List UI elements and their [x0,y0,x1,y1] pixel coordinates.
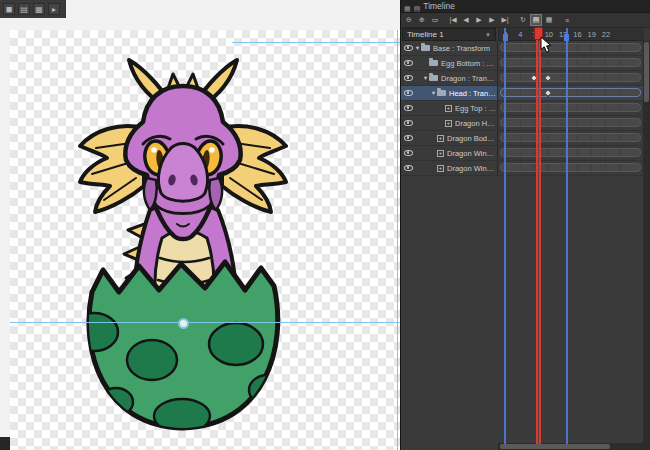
cel-icon[interactable]: ▦ [543,14,555,26]
track-bar [500,103,641,112]
layer-name[interactable]: Dragon Body : Transform [446,134,497,143]
layer-row-7[interactable]: Dragon Wing Left : Transform [401,146,644,161]
layer-name[interactable]: Egg Bottom : Transform [440,59,497,68]
first-frame-icon[interactable]: |◀ [447,14,459,26]
layer-row-1[interactable]: Egg Bottom : Transform [401,56,644,71]
range-start-line[interactable] [504,28,506,444]
layer-list: ▼Base : TransformEgg Bottom : Transform▼… [401,41,644,176]
vertical-scrollbar[interactable] [643,41,650,443]
expander-icon[interactable]: ▼ [414,45,421,51]
visibility-eye-icon[interactable] [403,165,414,172]
grid-icon[interactable]: ▦ [33,3,45,15]
layer-name[interactable]: Dragon Head : Transform [454,119,497,128]
layer-track[interactable] [498,71,644,85]
last-frame-icon[interactable]: ▶| [499,14,511,26]
transform-guide-top[interactable] [232,42,400,43]
panel-toggle-icon[interactable]: ▤ [18,3,30,15]
loop-icon[interactable]: ↻ [517,14,529,26]
range-end-line[interactable] [566,28,568,444]
track-bar [500,88,641,97]
canvas-area: ◼▤▦▸ [0,0,400,450]
timeline-titlebar: ▦▤ Timeline [401,0,650,13]
folder-icon [437,90,446,96]
layer-name[interactable]: Egg Top : Transform [454,104,497,113]
visibility-eye-icon[interactable] [403,105,414,112]
layer-track[interactable] [498,101,644,115]
layer-name-cell: Dragon Wing Left : Transform [401,146,498,160]
chevron-down-icon: ▼ [485,32,491,38]
layer-name-cell: Dragon Wing Right : Transform [401,161,498,175]
layer-row-2[interactable]: ▼Dragon : Transform [401,71,644,86]
layer-row-8[interactable]: Dragon Wing Right : Transform [401,161,644,176]
track-bar [500,118,641,127]
play-icon[interactable]: ▶ [473,14,485,26]
transform-guide-horizontal[interactable] [10,322,400,323]
layer-row-4[interactable]: Egg Top : Transform [401,101,644,116]
layer-track[interactable] [498,86,644,100]
layer-name-cell: ▼Dragon : Transform [401,71,498,85]
ruler-frame-number: 19 [585,30,599,39]
egg-bottom [70,262,287,433]
timeline-select[interactable]: Timeline 1 ▼ [402,28,496,41]
track-bar [500,148,641,157]
layer-plus-icon [445,105,452,112]
transform-center-handle[interactable] [178,318,189,329]
caret-icon[interactable]: ▸ [48,3,60,15]
layer-row-6[interactable]: Dragon Body : Transform [401,131,644,146]
next-frame-icon[interactable]: ▶ [486,14,498,26]
layer-track[interactable] [498,146,644,160]
timeline-panel: ▦▤ Timeline ⊖⊕▭|◀◀▶▶▶|↻▤▦≡ Timeline 1 ▼ … [400,0,650,450]
expander-icon[interactable]: ▼ [422,75,429,81]
zoom-out-icon[interactable]: ⊖ [403,14,415,26]
expander-icon[interactable]: ▼ [430,90,437,96]
track-bar [500,163,641,172]
panel-list-icon[interactable]: ▤ [414,5,421,12]
canvas[interactable] [10,30,400,450]
layer-track[interactable] [498,41,644,55]
layer-name[interactable]: Base : Transform [432,44,490,53]
visibility-eye-icon[interactable] [403,75,414,82]
folder-icon [421,45,430,51]
visibility-eye-icon[interactable] [403,135,414,142]
layer-plus-icon [445,120,452,127]
layer-name-cell: Dragon Body : Transform [401,131,498,145]
visibility-eye-icon[interactable] [403,150,414,157]
visibility-eye-icon[interactable] [403,45,414,52]
playhead-line[interactable] [536,28,541,444]
layer-name-cell: Dragon Head : Transform [401,116,498,130]
prev-frame-icon[interactable]: ◀ [460,14,472,26]
layer-track[interactable] [498,116,644,130]
visibility-eye-icon[interactable] [403,120,414,127]
zoom-in-icon[interactable]: ⊕ [416,14,428,26]
frame-ruler[interactable]: 1471013161922 [498,28,644,41]
horizontal-scrollbar[interactable] [498,443,643,450]
visibility-eye-icon[interactable] [403,90,414,97]
panel-grid-icon[interactable]: ▦ [404,5,411,12]
layer-name-cell: Egg Bottom : Transform [401,56,498,70]
layer-name[interactable]: Dragon Wing Left : Transform [446,149,497,158]
layer-name[interactable]: Head : Transform [448,89,497,98]
layer-name[interactable]: Dragon : Transform [440,74,497,83]
transform-guide-right[interactable] [397,30,398,450]
swatch-icon[interactable]: ◼ [3,3,15,15]
layer-track[interactable] [498,131,644,145]
timeline-control-row: Timeline 1 ▼ 1471013161922 [401,28,650,41]
ruler-frame-number: 4 [513,30,527,39]
range-start-marker[interactable] [503,34,508,41]
layer-track[interactable] [498,56,644,70]
ruler-frame-number: 16 [570,30,584,39]
fit-frames-icon[interactable]: ▭ [429,14,441,26]
layer-row-5[interactable]: Dragon Head : Transform [401,116,644,131]
layer-track[interactable] [498,161,644,175]
panel-menu-icon[interactable]: ≡ [561,14,573,26]
layer-name[interactable]: Dragon Wing Right : Transform [446,164,497,173]
onion-skin-icon[interactable]: ▤ [530,14,542,26]
layer-row-0[interactable]: ▼Base : Transform [401,41,644,56]
corner-block [0,437,10,450]
visibility-eye-icon[interactable] [403,60,414,67]
timeline-toolbar: ⊖⊕▭|◀◀▶▶▶|↻▤▦≡ [401,13,650,28]
track-bar [500,133,641,142]
layer-row-3[interactable]: ▼Head : Transform [401,86,644,101]
range-end-marker[interactable] [564,34,569,41]
folder-icon [429,60,438,66]
